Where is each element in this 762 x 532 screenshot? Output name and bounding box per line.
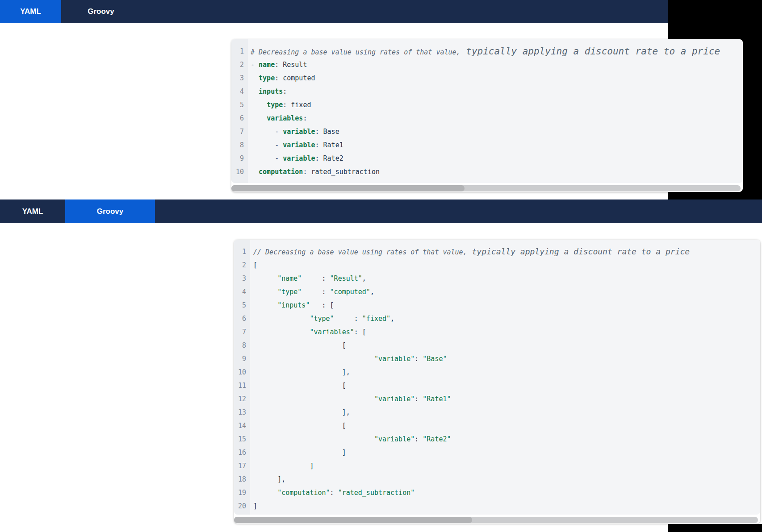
code-text: "type" : "fixed", — [250, 312, 394, 325]
code-line: 1// Decreasing a base value using rates … — [234, 245, 760, 258]
line-number: 19 — [234, 486, 250, 499]
line-number: 5 — [234, 299, 250, 312]
scrollbar-thumb[interactable] — [234, 517, 472, 523]
code-line: 15 "variable": "Rate2" — [234, 432, 760, 446]
black-filler-bottom-right — [668, 524, 762, 532]
code-text: [ — [250, 258, 257, 272]
line-number: 1 — [234, 245, 250, 258]
code-text: ] — [250, 459, 314, 473]
code-line: 5 "inputs" : [ — [234, 299, 760, 312]
line-number: 1 — [231, 45, 248, 58]
groovy-horizontal-scrollbar[interactable] — [234, 517, 758, 523]
code-line: 16 ] — [234, 446, 760, 459]
yaml-code-panel: 1# Decreasing a base value using rates o… — [231, 39, 743, 192]
code-text: ], — [250, 406, 350, 419]
code-line: 9 - variable: Rate2 — [231, 152, 743, 165]
line-number: 9 — [234, 352, 250, 366]
code-text: inputs: — [248, 85, 287, 98]
code-text: ], — [250, 473, 285, 486]
code-text: variables: — [248, 112, 307, 125]
groovy-code-block: 1// Decreasing a base value using rates … — [234, 240, 760, 515]
line-number: 2 — [231, 58, 248, 71]
line-number: 15 — [234, 432, 250, 446]
code-line: 4 inputs: — [231, 85, 743, 98]
code-line: 3 type: computed — [231, 71, 743, 85]
code-text: [ — [250, 339, 346, 352]
tab-yaml-label: YAML — [22, 207, 43, 216]
code-line: 7 - variable: Base — [231, 125, 743, 138]
tab-yaml[interactable]: YAML — [0, 200, 65, 223]
code-line: 10 ], — [234, 366, 760, 379]
line-number: 4 — [234, 285, 250, 299]
code-line: 2[ — [234, 258, 760, 272]
line-number: 12 — [234, 392, 250, 406]
code-line: 8 [ — [234, 339, 760, 352]
code-text: ] — [250, 499, 257, 513]
code-line: 20] — [234, 499, 760, 513]
code-line: 11 [ — [234, 379, 760, 392]
line-number: 14 — [234, 419, 250, 432]
code-text: "variable": "Rate1" — [250, 392, 451, 406]
line-number: 20 — [234, 499, 250, 513]
tab-bar-yaml-view: YAML Groovy — [0, 0, 668, 23]
line-number: 5 — [231, 98, 248, 112]
code-line: 7 "variables": [ — [234, 325, 760, 339]
code-text: - variable: Rate1 — [248, 138, 343, 152]
tab-groovy[interactable]: Groovy — [65, 200, 155, 223]
yaml-horizontal-scrollbar[interactable] — [231, 185, 741, 191]
code-text: computation: rated_subtraction — [248, 165, 380, 179]
tab-groovy-label: Groovy — [88, 7, 114, 16]
tab-bar-groovy-view: YAML Groovy — [0, 200, 762, 223]
yaml-code-block: 1# Decreasing a base value using rates o… — [231, 39, 743, 183]
code-text: - variable: Base — [248, 125, 339, 138]
tab-groovy[interactable]: Groovy — [61, 0, 141, 23]
code-text: "inputs" : [ — [250, 299, 334, 312]
code-line: 4 "type" : "computed", — [234, 285, 760, 299]
code-text: ], — [250, 366, 350, 379]
code-line: 13 ], — [234, 406, 760, 419]
code-text: type: computed — [248, 71, 315, 85]
line-number: 2 — [234, 258, 250, 272]
code-line: 19 "computation": "rated_subtraction" — [234, 486, 760, 499]
tab-yaml-label: YAML — [20, 7, 41, 16]
line-number: 9 — [231, 152, 248, 165]
code-line: 2- name: Result — [231, 58, 743, 71]
code-text: "type" : "computed", — [250, 285, 374, 299]
line-number: 8 — [231, 138, 248, 152]
line-number: 11 — [234, 379, 250, 392]
line-number: 13 — [234, 406, 250, 419]
line-number: 3 — [234, 272, 250, 285]
code-line: 3 "name" : "Result", — [234, 272, 760, 285]
line-number: 6 — [231, 112, 248, 125]
line-number: 16 — [234, 446, 250, 459]
code-text: "variable": "Base" — [250, 352, 447, 366]
tab-groovy-label: Groovy — [97, 207, 124, 216]
line-number: 7 — [234, 325, 250, 339]
code-text: - variable: Rate2 — [248, 152, 343, 165]
line-number: 3 — [231, 71, 248, 85]
code-text: "variables": [ — [250, 325, 366, 339]
line-number: 6 — [234, 312, 250, 325]
groovy-code-panel: 1// Decreasing a base value using rates … — [234, 240, 760, 524]
code-text: "computation": "rated_subtraction" — [250, 486, 414, 499]
line-number: 8 — [234, 339, 250, 352]
code-text: "variable": "Rate2" — [250, 432, 451, 446]
code-line: 6 "type" : "fixed", — [234, 312, 760, 325]
code-text: "name" : "Result", — [250, 272, 366, 285]
line-number: 10 — [231, 165, 248, 179]
code-line: 6 variables: — [231, 112, 743, 125]
line-number: 4 — [231, 85, 248, 98]
code-text: // Decreasing a base value using rates o… — [250, 245, 690, 258]
code-line: 5 type: fixed — [231, 98, 743, 112]
tab-yaml[interactable]: YAML — [0, 0, 61, 23]
code-text: ] — [250, 446, 346, 459]
code-line: 18 ], — [234, 473, 760, 486]
code-text: [ — [250, 419, 346, 432]
code-text: [ — [250, 379, 346, 392]
code-line: 9 "variable": "Base" — [234, 352, 760, 366]
line-number: 17 — [234, 459, 250, 473]
scrollbar-thumb[interactable] — [231, 185, 465, 191]
line-number: 7 — [231, 125, 248, 138]
line-number: 18 — [234, 473, 250, 486]
code-line: 12 "variable": "Rate1" — [234, 392, 760, 406]
